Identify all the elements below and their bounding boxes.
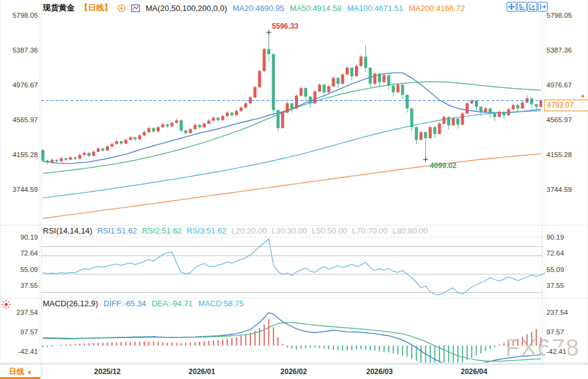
add-icon[interactable]: [117, 4, 125, 12]
chart-canvas[interactable]: [0, 0, 588, 379]
ma100-value: MA100:4671.51: [347, 4, 403, 13]
axis-tick-label: 5798.05: [1, 11, 39, 20]
axis-tick-label: 5387.36: [545, 46, 573, 54]
rsi2-value: RSI2:51.62: [142, 226, 182, 235]
axis-tick-label: 3744.59: [1, 185, 39, 194]
time-axis: 日线 ▲ 2025/122026/012026/022026/032026/04: [0, 364, 588, 379]
axis-tick-label: 55.09: [545, 265, 565, 274]
rsi-header: RSI(14,14,14) RSI1:51.62 RSI2:51.62 RSI3…: [43, 226, 428, 235]
indicator-settings-icon[interactable]: [1, 300, 11, 312]
axis-tick-label: 4565.97: [545, 116, 573, 124]
month-label: 2026/03: [367, 367, 393, 376]
main-chart-header: 现货黄金 【日线】 MA(20,50,100,200,0,0) MA20:469…: [43, 2, 465, 13]
axis-tick-label: 55.09: [1, 265, 39, 274]
y-axis-scale-icon[interactable]: [517, 2, 527, 12]
trading-chart-window: 现货黄金 【日线】 MA(20,50,100,200,0,0) MA20:469…: [0, 0, 588, 379]
axis-tick-label: 4976.67: [545, 81, 573, 89]
timeframe-button[interactable]: 日线 ▲: [0, 364, 42, 379]
goto-latest-icon[interactable]: [538, 2, 548, 12]
month-label: 2026/04: [461, 367, 487, 376]
axis-tick-label: 72.64: [1, 249, 39, 257]
rsi-l30-value: L30:30.00: [272, 226, 307, 235]
last-price-badge: 4793.07: [544, 100, 588, 111]
rsi-l20-value: L20:20.00: [231, 226, 267, 235]
axis-tick-label: 97.57: [545, 328, 565, 336]
axis-tick-label: 5387.36: [1, 46, 39, 54]
axis-tick-label: 5798.05: [545, 11, 573, 20]
axis-tick-label: 4155.28: [1, 150, 39, 159]
chevron-up-icon: ▲: [27, 369, 32, 375]
rsi1-value: RSI1:51.62: [97, 226, 137, 235]
rsi-l70-value: L70:70.00: [352, 226, 388, 235]
ma200-value: MA200:4166.72: [409, 4, 465, 13]
macd-diff-value: DIFF:-65.34: [103, 299, 146, 308]
rsi3-value: RSI3:51.62: [187, 226, 226, 235]
month-label: 2026/01: [188, 367, 215, 376]
month-label: 2026/02: [280, 367, 307, 376]
axis-tick-label: 3744.59: [545, 185, 573, 194]
axis-tick-label: 90.19: [1, 233, 39, 241]
axis-tick-label: 37.55: [1, 281, 39, 290]
timeframe-label: 日线: [9, 367, 24, 377]
chart-toolbar: [507, 2, 548, 12]
period-tag: 【日线】: [80, 2, 112, 13]
ma50-value: MA50:4914.58: [290, 4, 342, 13]
rsi-title[interactable]: RSI(14,14,14): [43, 226, 92, 235]
ma-settings-label[interactable]: MA(20,50,100,200,0,0): [146, 4, 227, 13]
x-axis-scale-icon[interactable]: [527, 2, 537, 12]
axis-tick-label: 4155.28: [545, 150, 573, 159]
ma20-value: MA20:4690.95: [233, 4, 285, 13]
axis-tick-label: 237.54: [545, 308, 569, 317]
symbol-name: 现货黄金: [43, 2, 75, 13]
indicator-chart-icon[interactable]: [131, 4, 140, 12]
axis-tick-label: 37.55: [545, 281, 565, 290]
month-label: 2025/12: [94, 367, 121, 376]
macd-title[interactable]: MACD(26,12,9): [43, 299, 98, 308]
macd-header: MACD(26,12,9) DIFF:-65.34 DEA:-94.71 MAC…: [43, 299, 244, 308]
axis-tick-label: -42.41: [545, 347, 568, 356]
axis-tick-label: 4565.97: [1, 116, 39, 124]
macd-dea-value: DEA:-94.71: [152, 299, 193, 308]
high-price-label: 5596.33: [272, 22, 298, 31]
axis-tick-label: 90.19: [545, 233, 565, 241]
macd-value: MACD:58.75: [198, 299, 244, 308]
rsi-l80-value: L80:80.00: [392, 226, 428, 235]
rsi-l50-value: L50:50.00: [312, 226, 348, 235]
pan-mode-icon[interactable]: [507, 2, 516, 12]
axis-tick-label: 4976.67: [1, 81, 39, 89]
axis-tick-label: 72.64: [545, 249, 565, 257]
axis-tick-label: 97.57: [1, 328, 39, 336]
axis-tick-label: -42.41: [1, 347, 39, 356]
low-price-label: 4099.02: [430, 161, 456, 170]
price-alert-arrow-icon: ▲: [580, 92, 586, 98]
watermark: FX678: [505, 335, 580, 361]
